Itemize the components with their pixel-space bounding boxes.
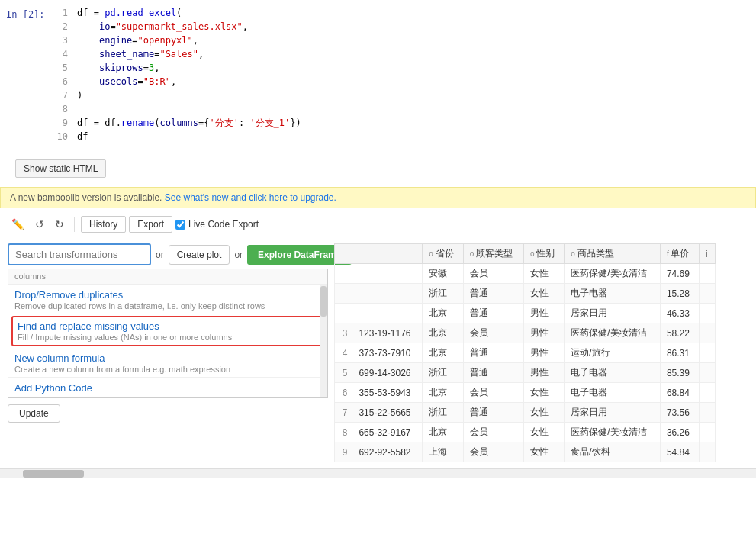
create-plot-button[interactable]: Create plot (169, 245, 230, 265)
cell-more (699, 323, 715, 343)
col-header-id[interactable] (352, 244, 423, 264)
cell-province: 浙江 (423, 363, 463, 383)
list-item[interactable]: Find and replace missing values Fill / I… (11, 316, 324, 346)
cell-id: 123-19-1176 (352, 323, 423, 343)
live-code-checkbox[interactable] (175, 220, 185, 230)
cell-id: 699-14-3026 (352, 363, 423, 383)
cell-price: 46.33 (660, 304, 699, 323)
undo-button[interactable]: ↺ (31, 216, 48, 233)
cell-category: 医药保健/美妆清洁 (565, 264, 661, 284)
data-table: o 省份 o 顾客类型 o 性别 o 商品类型 f 单价 i 安徽 会员 女性 … (334, 243, 716, 462)
transform-panel: or Create plot or Explore DataFrame colu… (8, 243, 328, 426)
cell-more (699, 284, 715, 304)
list-item[interactable]: New column formula Create a new column f… (8, 348, 327, 378)
table-row: 8 665-32-9167 北京 会员 女性 医药保健/美妆清洁 36.26 (335, 423, 716, 442)
cell-id (352, 284, 423, 304)
cell-customer-type: 普通 (463, 284, 523, 304)
dropdown-scroll[interactable]: Drop/Remove duplicates Remove duplicated… (8, 285, 327, 397)
cell-more (699, 403, 715, 423)
cell-gender: 男性 (523, 343, 564, 363)
cell-more (699, 383, 715, 403)
or-text-1: or (156, 249, 164, 260)
list-item[interactable]: Add Python Code (8, 378, 327, 397)
line-numbers: 12345678910 (51, 6, 74, 143)
col-header-category[interactable]: o 商品类型 (565, 244, 661, 264)
data-table-container[interactable]: o 省份 o 顾客类型 o 性别 o 商品类型 f 单价 i 安徽 会员 女性 … (334, 243, 748, 462)
cell-customer-type: 普通 (463, 304, 523, 323)
cell-province: 北京 (423, 343, 463, 363)
table-row: 6 355-53-5943 北京 会员 女性 电子电器 68.84 (335, 383, 716, 403)
dropdown-panel: columns Drop/Remove duplicates Remove du… (8, 269, 328, 398)
row-number: 6 (335, 383, 352, 403)
row-number: 7 (335, 403, 352, 423)
row-number: 4 (335, 343, 352, 363)
toolbar-divider (74, 217, 75, 232)
horizontal-scrollbar[interactable] (0, 468, 756, 478)
cell-id: 315-22-5665 (352, 403, 423, 423)
cell-gender: 男性 (523, 323, 564, 343)
row-number: 9 (335, 442, 352, 462)
cell-category: 电子电器 (565, 363, 661, 383)
cell-id (352, 304, 423, 323)
cell-category: 居家日用 (565, 304, 661, 323)
col-header-province[interactable]: o 省份 (423, 244, 463, 264)
row-number (335, 264, 352, 284)
cell-gender: 女性 (523, 423, 564, 442)
row-number: 3 (335, 323, 352, 343)
cell-gender: 男性 (523, 363, 564, 383)
item-title: Add Python Code (14, 382, 321, 394)
row-number: 5 (335, 363, 352, 383)
banner-link[interactable]: See what's new and click here to upgrade… (165, 192, 336, 203)
cell-customer-type: 普通 (463, 363, 523, 383)
table-row: 5 699-14-3026 浙江 普通 男性 电子电器 85.39 (335, 363, 716, 383)
cell-price: 15.28 (660, 284, 699, 304)
item-desc: Create a new column from a formula e.g. … (14, 365, 321, 374)
cell-province: 安徽 (423, 264, 463, 284)
cell-more (699, 304, 715, 323)
cell-customer-type: 会员 (463, 383, 523, 403)
cell-id: 665-32-9167 (352, 423, 423, 442)
col-header-index[interactable] (335, 244, 352, 264)
table-row: 7 315-22-5665 浙江 普通 女性 居家日用 73.56 (335, 403, 716, 423)
cell-customer-type: 会员 (463, 442, 523, 462)
cell-more (699, 442, 715, 462)
redo-button[interactable]: ↻ (51, 216, 68, 233)
cell-customer-type: 普通 (463, 343, 523, 363)
item-title: Find and replace missing values (18, 320, 318, 332)
cell-price: 68.84 (660, 383, 699, 403)
dropdown-scrollbar-thumb (320, 286, 327, 317)
col-header-more[interactable]: i (699, 244, 715, 264)
show-static-section: Show static HTML (0, 150, 756, 187)
item-title: New column formula (14, 352, 321, 364)
cell-customer-type: 普通 (463, 403, 523, 423)
cell-category: 电子电器 (565, 383, 661, 403)
toolbar: ✏️ ↺ ↻ History Export Live Code Export (0, 211, 756, 237)
cell-id (352, 264, 423, 284)
code-editor[interactable]: df = pd.read_excel( io="supermarkt_sales… (74, 6, 756, 143)
edit-button[interactable]: ✏️ (8, 216, 28, 233)
export-button[interactable]: Export (129, 216, 172, 233)
cell-category: 运动/旅行 (565, 343, 661, 363)
code-cell: In [2]: 12345678910 df = pd.read_excel( … (0, 0, 756, 150)
show-static-button[interactable]: Show static HTML (15, 159, 106, 178)
dropdown-scrollbar[interactable] (320, 285, 327, 397)
col-header-price[interactable]: f 单价 (660, 244, 699, 264)
update-button[interactable]: Update (8, 404, 60, 423)
col-header-customer-type[interactable]: o 顾客类型 (463, 244, 523, 264)
cell-price: 36.26 (660, 423, 699, 442)
cell-more (699, 343, 715, 363)
search-row: or Create plot or Explore DataFrame (8, 243, 328, 265)
dropdown-category: columns (8, 269, 327, 285)
cell-gender: 女性 (523, 284, 564, 304)
row-number: 8 (335, 423, 352, 442)
history-button[interactable]: History (81, 216, 126, 233)
col-header-gender[interactable]: o 性别 (523, 244, 564, 264)
search-input[interactable] (8, 243, 151, 265)
list-item[interactable]: Drop/Remove duplicates Remove duplicated… (8, 285, 327, 314)
item-desc: Remove duplicated rows in a dataframe, i… (14, 301, 321, 311)
cell-gender: 女性 (523, 403, 564, 423)
cell-gender: 女性 (523, 264, 564, 284)
cell-province: 北京 (423, 304, 463, 323)
cell-category: 医药保健/美妆清洁 (565, 323, 661, 343)
banner-text: A new bamboolib version is available. (10, 192, 165, 203)
